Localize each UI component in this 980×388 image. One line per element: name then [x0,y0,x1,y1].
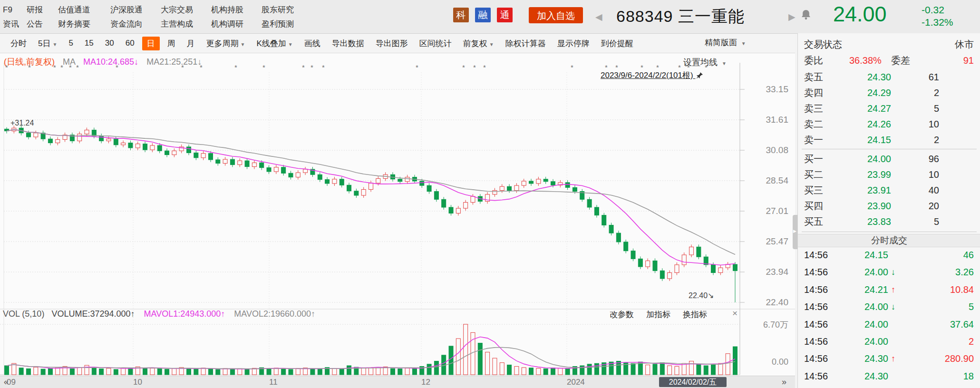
toolbar-item-5日[interactable]: 5日▼ [32,37,63,50]
toolbar-item-到价提醒[interactable]: 到价提醒 [595,37,639,50]
tick-row: 14:5624.21↑10.84 [798,281,980,298]
tick-price: 24.30 [841,368,888,385]
toolbar-item-K线叠加[interactable]: K线叠加▼ [251,37,299,50]
orderbook-row-卖二[interactable]: 卖二24.2610 [798,116,980,132]
menu-item-资金流向[interactable]: 资金流向 [110,17,161,31]
menu-item-沪深股通[interactable]: 沪深股通 [110,3,161,17]
menu-item-机构调研[interactable]: 机构调研 [211,17,262,31]
orderbook-row-卖五[interactable]: 卖五24.3061 [798,69,980,85]
announcement-marker-icon[interactable]: * [473,63,476,71]
toolbar-item-更多周期[interactable]: 更多周期▼ [201,37,251,50]
announcement-marker-icon[interactable]: * [605,63,608,71]
flag-badge-通[interactable]: 通 [497,8,513,22]
orderbook-row-买四[interactable]: 买四23.9020 [798,198,980,214]
tick-row: 14:5624.002 [798,333,980,350]
menu-item-股东研究[interactable]: 股东研究 [262,3,302,17]
tick-row: 14:5624.30↑280.90 [798,350,980,367]
orderbook-row-买二[interactable]: 买二23.9910 [798,167,980,183]
announcement-marker-icon[interactable]: * [181,63,184,71]
menu-item-F9[interactable]: F9 [3,3,27,17]
toolbar-item-区间统计[interactable]: 区间统计 [414,37,457,50]
menu-item-主营构成[interactable]: 主营构成 [161,17,211,31]
orderbook-row-卖一[interactable]: 卖一24.152 [798,132,980,148]
announcement-marker-icon[interactable]: * [116,63,118,71]
announcement-marker-icon[interactable]: * [483,63,486,71]
announcement-marker-icon[interactable]: * [76,63,79,71]
chevron-down-icon: ▼ [489,42,494,47]
tick-time: 14:56 [804,368,828,385]
announcement-marker-icon[interactable]: * [262,63,265,71]
announcement-marker-icon[interactable]: * [5,63,8,71]
toolbar-item-导出图形[interactable]: 导出图形 [370,37,414,50]
toolbar-item-分时[interactable]: 分时 [5,37,32,50]
announcement-marker-icon[interactable]: * [656,63,659,71]
vol-button-换指标[interactable]: 换指标 [683,309,707,320]
tick-row: 14:5624.1546 [798,246,980,263]
announcement-marker-icon[interactable]: * [462,63,465,71]
announcement-marker-icon[interactable]: * [53,63,56,71]
vol-button-改参数[interactable]: 改参数 [610,309,634,320]
orderbook-row-卖三[interactable]: 卖三24.275 [798,101,980,116]
toolbar-item-周[interactable]: 周 [162,37,181,50]
toolbar-item-除权计算器[interactable]: 除权计算器 [500,37,552,50]
announcement-marker-icon[interactable]: * [687,63,690,71]
menu-item-研报[interactable]: 研报 [27,3,58,17]
announcement-marker-icon[interactable]: * [416,63,418,71]
date-range-link[interactable]: 2023/9/6-2024/2/2(101根) [601,70,703,81]
close-indicator-icon[interactable]: × [732,308,737,319]
add-to-watchlist-button[interactable]: 加入自选 [529,7,583,23]
panel-collapse-handle[interactable] [793,215,797,249]
trade-status-row: 交易状态 休市 [798,37,980,51]
announcement-marker-icon[interactable]: * [234,63,237,71]
menu-item-大宗交易[interactable]: 大宗交易 [161,3,211,17]
menu-item-盈利预测[interactable]: 盈利预测 [262,17,302,31]
announcement-marker-icon[interactable]: * [69,63,72,71]
menu-item-公告[interactable]: 公告 [27,17,58,31]
menu-item-机构持股[interactable]: 机构持股 [211,3,262,17]
price-alert-bell-icon[interactable] [801,9,811,21]
announcement-marker-icon[interactable]: * [705,63,708,71]
orderbook-row-买一[interactable]: 买一24.0096 [798,151,980,167]
layout-toggle[interactable]: 精简版面 ▼ [705,37,746,48]
announcement-marker-icon[interactable]: * [310,63,313,71]
next-stock-icon[interactable]: ▶ [788,11,796,22]
orderbook-row-买五[interactable]: 买五23.835 [798,214,980,230]
menu-item-估值通道[interactable]: 估值通道 [58,3,110,17]
toolbar-item-5[interactable]: 5 [63,37,78,49]
announcement-marker-icon[interactable]: * [322,63,325,71]
toolbar-item-60[interactable]: 60 [120,37,140,49]
prev-stock-icon[interactable]: ◀ [595,11,602,22]
toolbar-item-30[interactable]: 30 [99,37,120,49]
announcement-marker-icon[interactable]: * [678,63,681,71]
announcement-marker-icon[interactable]: * [302,63,305,71]
down-arrow-icon: ↓ [891,263,895,281]
announcement-marker-icon[interactable]: * [200,63,203,71]
orderbook-row-买三[interactable]: 买三23.9140 [798,183,980,198]
tick-price: 24.00 [841,263,888,281]
announcement-marker-icon[interactable]: * [640,63,643,71]
announcement-marker-icon[interactable]: * [28,63,31,71]
flag-badge-科[interactable]: 科 [453,8,469,22]
price-tick-label: 33.15 [750,84,788,95]
announcement-marker-icon[interactable]: * [60,63,63,71]
toolbar-item-导出数据[interactable]: 导出数据 [326,37,370,50]
toolbar-item-显示停牌[interactable]: 显示停牌 [552,37,595,50]
flag-badge-融[interactable]: 融 [475,8,491,22]
toolbar-item-前复权[interactable]: 前复权▼ [457,37,500,50]
scroll-right-icon[interactable]: » [782,377,786,387]
toolbar-item-画线[interactable]: 画线 [299,37,326,50]
tick-price: 24.00 [841,298,888,315]
announcement-marker-icon[interactable]: * [571,63,573,71]
announcement-marker-icon[interactable]: * [615,63,618,71]
tick-qty: 307.47 [945,385,974,388]
toolbar-item-15[interactable]: 15 [79,37,99,49]
candlestick-chart[interactable] [0,53,795,376]
menu-item-财务摘要[interactable]: 财务摘要 [58,17,110,31]
stock-code: 688349 [616,7,673,25]
tick-qty: 18 [963,368,974,385]
orderbook-row-卖四[interactable]: 卖四24.292 [798,85,980,101]
toolbar-item-月[interactable]: 月 [181,37,201,50]
menu-item-资讯[interactable]: 资讯 [3,17,27,31]
vol-button-加指标[interactable]: 加指标 [646,309,670,320]
toolbar-item-日[interactable]: 日 [142,37,160,50]
